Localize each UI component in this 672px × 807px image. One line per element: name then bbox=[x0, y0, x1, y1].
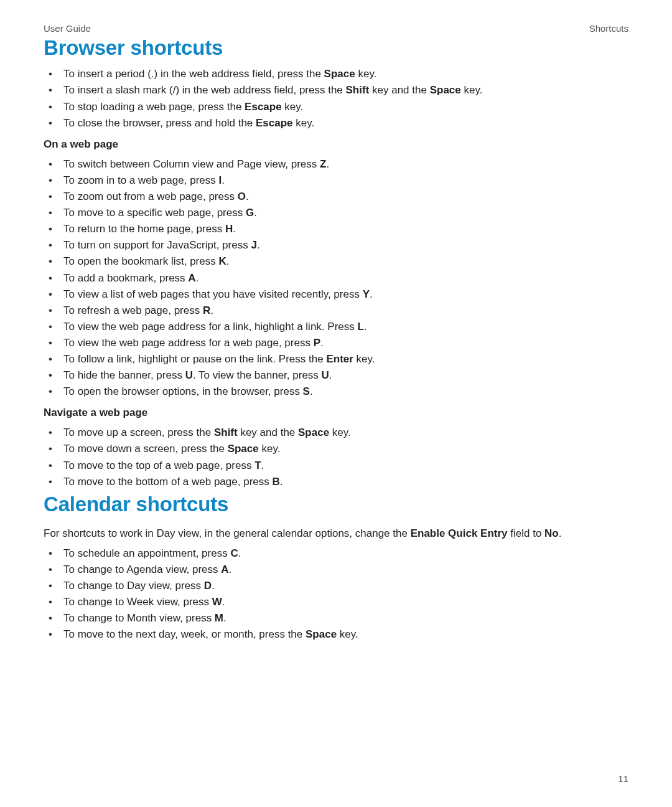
list-item: To hide the banner, press U. To view the… bbox=[44, 369, 628, 382]
list-item: To refresh a web page, press R. bbox=[44, 304, 628, 318]
list-item: To change to Day view, press D. bbox=[44, 579, 628, 593]
list-item: To view the web page address for a web p… bbox=[44, 336, 628, 350]
list-item: To move to a specific web page, press G. bbox=[44, 206, 628, 220]
list-item: To move to the top of a web page, press … bbox=[44, 459, 628, 473]
list-item: To open the bookmark list, press K. bbox=[44, 255, 628, 268]
list-item: To change to Week view, press W. bbox=[44, 595, 628, 609]
page-number: 11 bbox=[618, 773, 628, 785]
list-item: To switch between Column view and Page v… bbox=[44, 158, 628, 171]
header-left: User Guide bbox=[44, 22, 91, 35]
subheading: Navigate a web page bbox=[44, 406, 628, 420]
section-title-browser: Browser shortcuts bbox=[44, 35, 628, 62]
list-item: To close the browser, press and hold the… bbox=[44, 116, 628, 130]
list-item: To stop loading a web page, press the Es… bbox=[44, 100, 628, 114]
header-right: Shortcuts bbox=[589, 22, 628, 35]
list-item: To view the web page address for a link,… bbox=[44, 320, 628, 334]
list-item: To move to the next day, week, or month,… bbox=[44, 628, 628, 641]
document-page: User Guide Shortcuts Browser shortcuts T… bbox=[0, 0, 672, 807]
list-item: To insert a slash mark (/) in the web ad… bbox=[44, 83, 628, 97]
list-item: To schedule an appointment, press C. bbox=[44, 547, 628, 560]
subheading: On a web page bbox=[44, 138, 628, 151]
list-item: To move up a screen, press the Shift key… bbox=[44, 426, 628, 440]
list-item: To change to Agenda view, press A. bbox=[44, 563, 628, 577]
list-item: To turn on support for JavaScript, press… bbox=[44, 238, 628, 252]
list-item: To return to the home page, press H. bbox=[44, 222, 628, 236]
list-item: To follow a link, highlight or pause on … bbox=[44, 352, 628, 366]
list-item: To zoom out from a web page, press O. bbox=[44, 190, 628, 204]
list-item: To zoom in to a web page, press I. bbox=[44, 174, 628, 187]
calendar-intro: For shortcuts to work in Day view, in th… bbox=[44, 527, 628, 540]
calendar-shortcuts-list: To schedule an appointment, press C.To c… bbox=[44, 547, 628, 642]
shortcut-list: To switch between Column view and Page v… bbox=[44, 158, 628, 399]
list-item: To move to the bottom of a web page, pre… bbox=[44, 475, 628, 489]
list-item: To view a list of web pages that you hav… bbox=[44, 288, 628, 301]
running-header: User Guide Shortcuts bbox=[44, 22, 628, 35]
browser-shortcuts-body: To insert a period (.) in the web addres… bbox=[44, 67, 628, 488]
list-item: To move down a screen, press the Space k… bbox=[44, 442, 628, 456]
list-item: To open the browser options, in the brow… bbox=[44, 385, 628, 399]
list-item: To change to Month view, press M. bbox=[44, 611, 628, 625]
list-item: To insert a period (.) in the web addres… bbox=[44, 67, 628, 81]
list-item: To add a bookmark, press A. bbox=[44, 271, 628, 285]
section-title-calendar: Calendar shortcuts bbox=[44, 491, 628, 518]
shortcut-list: To move up a screen, press the Shift key… bbox=[44, 426, 628, 488]
shortcut-list: To insert a period (.) in the web addres… bbox=[44, 67, 628, 130]
